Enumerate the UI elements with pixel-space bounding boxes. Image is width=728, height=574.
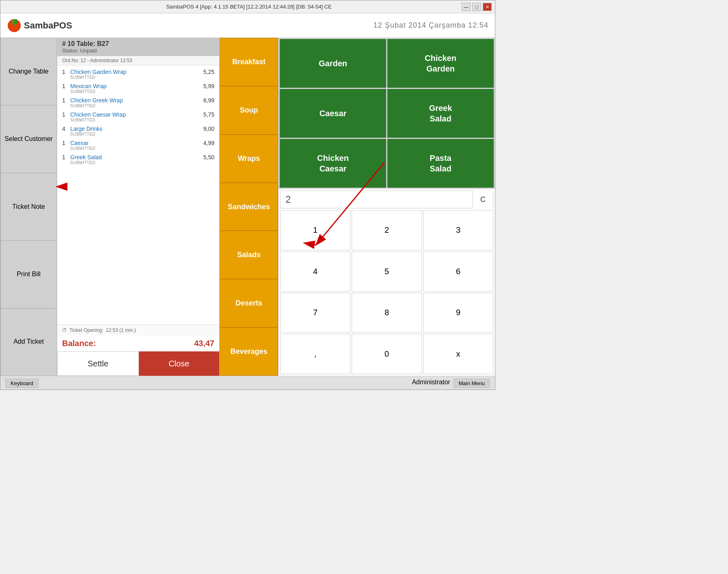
ticket-item-name: Chicken Greek Wrap [70,97,194,104]
menu-item-pasta-salad[interactable]: Pasta Salad [387,139,494,188]
close-window-button[interactable]: ✕ [483,3,492,11]
ticket-item-name: Mexican Wrap [70,83,194,89]
ticket-item-price: 4,99 [194,140,214,146]
sidebar-btn-select-customer[interactable]: Select Customer [0,105,57,173]
balance-row: Balance: 43,47 [57,336,219,351]
ticket-item-status: SUBMITTED [70,118,194,122]
numpad-grid: 123456789,0x [280,210,493,374]
ticket-item-details: Chicken Greek Wrap SUBMITTED [70,97,194,108]
ticket-item-details: Chicken Caesar Wrap SUBMITTED [70,111,194,122]
ticket-items: 1 Chicken Garden Wrap SUBMITTED 5,25 1 M… [57,65,219,325]
ticket-item-name: Chicken Garden Wrap [70,69,194,75]
ticket-item-details: Caesar SUBMITTED [70,140,194,151]
category-btn-salads[interactable]: Salads [220,231,278,279]
categories: BreakfastSoupWrapsSandwichesSaladsDesert… [220,38,279,376]
main-layout: Change TableSelect CustomerTicket NotePr… [0,38,495,376]
balance-amount: 43,47 [194,339,214,348]
ticket-item-price: 6,99 [194,97,214,104]
ticket-item-price: 5,75 [194,111,214,118]
menu-item-garden[interactable]: Garden [280,39,386,88]
ticket-item-status: SUBMITTED [70,160,194,165]
ticket-item[interactable]: 1 Caesar SUBMITTED 4,99 [57,138,219,152]
ticket-item-status: SUBMITTED [70,75,194,80]
ticket-item-name: Greek Salad [70,154,194,160]
ticket-header: # 10 Table: B27 Status: Unpaid [57,38,219,56]
numpad-display: 2 C [280,191,493,208]
ticket-item[interactable]: 1 Chicken Greek Wrap SUBMITTED 6,99 [57,95,219,110]
logo: SambaPOS [7,18,72,33]
ticket-item-qty: 4 [62,126,70,132]
ticket-title: # 10 Table: B27 [62,40,214,48]
ticket-actions: Settle Close [57,351,219,376]
ticket-order-info: Ord.No: 12 - Administrator 12:53 [57,56,219,65]
content-wrapper: Change TableSelect CustomerTicket NotePr… [0,38,495,376]
numpad-btn-2[interactable]: 2 [352,210,422,250]
menu-item-chicken-garden[interactable]: Chicken Garden [387,39,494,88]
numpad-value: 2 [281,194,473,205]
titlebar-controls: — □ ✕ [462,3,492,11]
ticket-item-qty: 1 [62,154,70,160]
ticket-item-name: Chicken Caesar Wrap [70,111,194,118]
ticket-area: # 10 Table: B27 Status: Unpaid Ord.No: 1… [57,38,220,376]
keyboard-button[interactable]: Keyboard [5,379,39,388]
ticket-opening-label: Ticket Opening: [69,327,104,333]
restore-button[interactable]: □ [472,3,481,11]
ticket-item-price: 5,50 [194,154,214,160]
ticket-item[interactable]: 1 Greek Salad SUBMITTED 5,50 [57,152,219,167]
menu-item-chicken-caesar[interactable]: Chicken Caesar [280,139,386,188]
menu-item-caesar[interactable]: Caesar [280,89,386,138]
ticket-item-details: Mexican Wrap SUBMITTED [70,83,194,94]
menu-grid: GardenChicken GardenCaesarGreek SaladChi… [279,38,495,189]
bottom-right: Administrator Main Menu [412,379,490,388]
settle-button[interactable]: Settle [57,351,139,376]
ticket-item[interactable]: 4 Large Drinks SUBMITTED 9,00 [57,124,219,138]
numpad-btn-5[interactable]: 5 [352,251,422,292]
ticket-opening-time: 12:53 (1 min.) [106,327,136,333]
header: SambaPOS 12 Şubat 2014 Çarşamba 12:54 [0,13,495,38]
category-btn-breakfast[interactable]: Breakfast [220,38,278,86]
numpad-btn-1[interactable]: 1 [280,210,350,250]
ticket-item[interactable]: 1 Chicken Caesar Wrap SUBMITTED 5,75 [57,110,219,124]
main-menu-button[interactable]: Main Menu [454,379,490,388]
ticket-item-status: SUBMITTED [70,89,194,94]
category-btn-wraps[interactable]: Wraps [220,134,278,183]
ticket-item[interactable]: 1 Mexican Wrap SUBMITTED 5,99 [57,81,219,95]
ticket-item-price: 5,25 [194,69,214,75]
ticket-item-details: Greek Salad SUBMITTED [70,154,194,165]
admin-label: Administrator [412,379,450,388]
sidebar-btn-change-table[interactable]: Change Table [0,38,57,105]
ticket-opening: ⏱ Ticket Opening: 12:53 (1 min.) [57,325,219,336]
category-btn-beverages[interactable]: Beverages [220,327,278,376]
numpad-btn-9[interactable]: 9 [423,293,493,333]
menu-item-greek-salad[interactable]: Greek Salad [387,89,494,138]
numpad-area: 2 C 123456789,0x [279,189,495,376]
clock-icon: ⏱ [62,327,67,333]
sidebar-btn-add-ticket[interactable]: Add Ticket [0,308,57,376]
sidebar-btn-print-bill[interactable]: Print Bill [0,240,57,308]
numpad-btn-8[interactable]: 8 [352,293,422,333]
close-button[interactable]: Close [139,351,220,376]
ticket-item-name: Large Drinks [70,126,194,132]
category-btn-sandwiches[interactable]: Sandwiches [220,183,278,231]
sidebar-btn-ticket-note[interactable]: Ticket Note [0,173,57,240]
category-btn-soup[interactable]: Soup [220,86,278,134]
ticket-item-qty: 1 [62,97,70,104]
numpad-btn-4[interactable]: 4 [280,251,350,292]
numpad-btn-6[interactable]: 6 [423,251,493,292]
numpad-btn-7[interactable]: 7 [280,293,350,333]
ticket-item[interactable]: 1 Chicken Garden Wrap SUBMITTED 5,25 [57,67,219,81]
numpad-btn-3[interactable]: 3 [423,210,493,250]
numpad-btn-,[interactable]: , [280,334,350,374]
minimize-button[interactable]: — [462,3,471,11]
menu-area: GardenChicken GardenCaesarGreek SaladChi… [279,38,495,376]
ticket-item-qty: 1 [62,140,70,146]
bottombar: Keyboard Administrator Main Menu [0,376,495,390]
numpad-clear-button[interactable]: C [473,191,493,208]
numpad-btn-x[interactable]: x [423,334,493,374]
sidebar: Change TableSelect CustomerTicket NotePr… [0,38,57,376]
logo-icon [7,18,22,33]
ticket-item-qty: 1 [62,69,70,75]
category-btn-deserts[interactable]: Deserts [220,279,278,327]
numpad-btn-0[interactable]: 0 [352,334,422,374]
ticket-item-name: Caesar [70,140,194,146]
